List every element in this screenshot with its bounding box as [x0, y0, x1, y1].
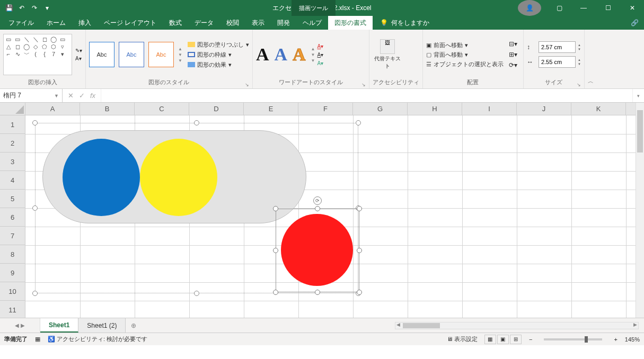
wordart-style-2[interactable]: A [274, 44, 287, 65]
display-settings-button[interactable]: 🖥 表示設定 [447, 335, 478, 343]
wordart-gallery[interactable]: A A A ▲ ▼ ▼ [256, 44, 315, 65]
macro-record-icon[interactable]: ▦ [35, 336, 40, 343]
resize-handle[interactable] [315, 290, 320, 295]
shapes-gallery[interactable]: ▭▭＼＼◻◯▭ △◻◯◇⬠⬡▿ ⌐∿﹀({7▾ [3, 34, 72, 75]
minimize-icon[interactable]: — [572, 0, 595, 16]
resize-handle[interactable] [32, 205, 38, 211]
shape-effects-button[interactable]: 図形の効果 ▾ [188, 61, 249, 69]
height-up-icon[interactable]: ▲ [578, 43, 581, 47]
select-all-corner[interactable] [0, 103, 25, 115]
edit-shape-icon[interactable]: ✎▾ [75, 48, 82, 53]
redo-icon[interactable]: ↷ [30, 3, 39, 13]
wordart-style-3[interactable]: A [293, 44, 306, 65]
col-header[interactable]: A [25, 103, 80, 115]
resize-handle[interactable] [273, 290, 278, 295]
resize-handle[interactable] [194, 291, 199, 296]
collapse-ribbon-icon[interactable]: ︿ [585, 74, 597, 88]
shape-styles-launcher-icon[interactable]: ↘ [245, 82, 249, 87]
col-header[interactable]: H [408, 103, 462, 115]
col-header[interactable]: I [462, 103, 517, 115]
tab-review[interactable]: 校閲 [220, 16, 245, 30]
tab-page-layout[interactable]: ページ レイアウト [98, 16, 163, 30]
wordart-style-1[interactable]: A [256, 44, 269, 65]
shape-width-field[interactable]: ↔ ▲▼ [527, 56, 581, 68]
name-box[interactable]: 楕円 7 ▼ [0, 89, 63, 102]
height-down-icon[interactable]: ▼ [578, 47, 581, 51]
resize-handle[interactable] [357, 290, 362, 295]
text-fill-icon[interactable]: A▾ [317, 42, 327, 50]
expand-formula-bar-icon[interactable]: ▾ [632, 89, 644, 102]
row-header[interactable]: 5 [0, 190, 25, 208]
ribbon-options-icon[interactable]: ▢ [548, 0, 571, 16]
shape-style-1[interactable]: Abc [89, 42, 114, 67]
gallery-down-icon[interactable]: ▼ [178, 52, 182, 57]
zoom-level[interactable]: 145% [625, 336, 640, 343]
tab-shape-format[interactable]: 図形の書式 [328, 16, 373, 30]
row-header[interactable]: 4 [0, 171, 25, 190]
resize-handle[interactable] [357, 206, 362, 211]
accessibility-status[interactable]: ♿ アクセシビリティ: 検討が必要です [48, 335, 147, 343]
rotate-handle-icon[interactable]: ⟳ [313, 196, 322, 205]
tab-file[interactable]: ファイル [2, 16, 40, 30]
sheet-tab[interactable]: Sheet1 (2) [78, 318, 126, 333]
wa-gallery-down-icon[interactable]: ▼ [311, 52, 315, 57]
wa-gallery-more-icon[interactable]: ▼ [311, 58, 315, 63]
horizontal-scrollbar[interactable]: ◀ ▶ [395, 322, 639, 329]
row-header[interactable]: 7 [0, 227, 25, 245]
bring-forward-button[interactable]: ▣前面へ移動 ▾ [426, 41, 504, 49]
send-backward-button[interactable]: ▢背面へ移動 ▾ [426, 51, 504, 59]
col-header[interactable]: E [244, 103, 298, 115]
shape-fill-button[interactable]: 図形の塗りつぶし ▾ [188, 41, 249, 49]
name-box-dropdown-icon[interactable]: ▼ [54, 93, 59, 98]
resize-handle[interactable] [273, 248, 278, 253]
tab-view[interactable]: 表示 [245, 16, 271, 30]
row-header[interactable]: 6 [0, 208, 25, 227]
sheet-nav-buttons[interactable]: ◀ ▶ [0, 318, 40, 333]
rotate-icon[interactable]: ⟳▾ [509, 61, 517, 69]
page-break-view-icon[interactable]: ⊞ [510, 335, 522, 344]
page-layout-view-icon[interactable]: ▣ [497, 335, 509, 344]
normal-view-icon[interactable]: ▦ [484, 335, 496, 344]
shape-height-field[interactable]: ↕ ▲▼ [527, 41, 581, 53]
sheet-tab-active[interactable]: Sheet1 [40, 318, 78, 333]
tab-help[interactable]: ヘルプ [296, 16, 328, 30]
col-header[interactable]: D [189, 103, 244, 115]
zoom-in-icon[interactable]: + [614, 336, 617, 343]
shape-style-2[interactable]: Abc [119, 42, 144, 67]
inner-selection-box[interactable]: ⟳ [276, 209, 359, 292]
shape-style-gallery[interactable]: Abc Abc Abc ▲ ▼ ▼ [89, 42, 182, 67]
tab-developer[interactable]: 開発 [271, 16, 296, 30]
row-header[interactable]: 11 [0, 301, 25, 318]
col-header[interactable]: J [517, 103, 571, 115]
resize-handle[interactable] [32, 291, 38, 296]
gallery-up-icon[interactable]: ▲ [178, 47, 182, 51]
undo-icon[interactable]: ↶ [17, 3, 27, 13]
col-header[interactable]: F [298, 103, 353, 115]
resize-handle[interactable] [315, 206, 320, 211]
text-outline-icon[interactable]: A▾ [317, 51, 327, 58]
row-header[interactable]: 1 [0, 115, 25, 134]
qat-more-icon[interactable]: ▾ [42, 3, 52, 13]
wa-gallery-up-icon[interactable]: ▲ [311, 47, 315, 51]
formula-input[interactable] [101, 89, 632, 102]
resize-handle[interactable] [273, 206, 278, 211]
resize-handle[interactable] [356, 120, 361, 125]
save-icon[interactable]: 💾 [4, 3, 14, 13]
text-box-icon[interactable]: A▾ [75, 56, 82, 61]
width-up-icon[interactable]: ▲ [578, 58, 581, 62]
row-header[interactable]: 8 [0, 245, 25, 264]
shape-outline-button[interactable]: 図形の枠線 ▾ [188, 51, 249, 59]
tab-insert[interactable]: 挿入 [72, 16, 98, 30]
maximize-icon[interactable]: ☐ [596, 0, 620, 16]
cancel-formula-icon[interactable]: ✕ [68, 92, 74, 100]
zoom-out-icon[interactable]: − [529, 336, 532, 343]
share-button[interactable]: 🔗 [625, 16, 644, 30]
selection-pane-button[interactable]: ☰オブジェクトの選択と表示 [426, 60, 504, 68]
fx-icon[interactable]: fx [90, 92, 95, 100]
gallery-more-icon[interactable]: ▼ [178, 58, 182, 63]
resize-handle[interactable] [194, 120, 199, 125]
text-effects-icon[interactable]: A▾ [317, 59, 327, 67]
group-icon[interactable]: ⊞▾ [509, 51, 517, 58]
align-icon[interactable]: ⊟▾ [509, 40, 517, 48]
col-header[interactable]: B [80, 103, 135, 115]
